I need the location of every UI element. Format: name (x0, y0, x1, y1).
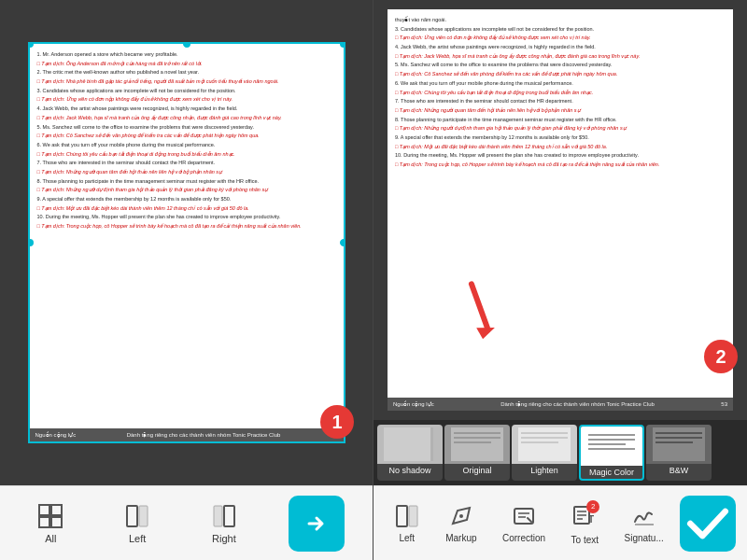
filter-noshadow-preview (377, 425, 443, 464)
doc-line-1: 1. Mr. Anderson opened a store which bec… (37, 51, 336, 59)
next-button[interactable] (289, 496, 345, 552)
rdoc-line-5t: □ Tạm dịch: Cô Sanchez sẽ đến văn phòng … (395, 71, 726, 78)
left-crop-icon (124, 503, 150, 529)
signature-button[interactable]: Signatu... (615, 497, 673, 549)
next-arrow-icon (302, 509, 331, 539)
filter-strip: No shadow Original (374, 420, 747, 485)
filter-bw-label: B&W (669, 464, 689, 477)
doc-line-10t: □ Tạm dịch: Trong cuộc họp, cô Hopper sẽ… (37, 223, 336, 231)
done-button[interactable] (680, 496, 736, 552)
rdoc-line-7: 7. Those who are interested in the semin… (395, 98, 726, 105)
svg-rect-5 (139, 506, 148, 526)
all-button[interactable]: All (28, 497, 73, 550)
filter-noshadow[interactable]: No shadow (377, 425, 443, 481)
doc-line-1t: □ Tạm dịch: Ông Anderson đã mở một cửa h… (37, 61, 336, 68)
corner-handle-ml[interactable] (28, 237, 35, 248)
done-check-icon (680, 496, 736, 552)
rdoc-line-8: 8. Those planning to participate in the … (395, 117, 726, 124)
right-panel: thuyết vào năm ngoái. 3. Candidates whos… (374, 0, 747, 560)
left-document-paper: 1. Mr. Anderson opened a store which bec… (28, 42, 345, 443)
corner-handle-tr[interactable] (338, 42, 345, 49)
correction-icon (511, 503, 537, 529)
totext-badge: 2 (586, 500, 599, 513)
doc-line-9t: □ Tạm dịch: Một ưu đãi đặc biệt kéo dài … (37, 205, 336, 213)
corner-handle-mr[interactable] (338, 237, 345, 248)
all-label: All (45, 533, 56, 544)
svg-rect-28 (397, 506, 407, 526)
svg-rect-29 (409, 506, 417, 526)
toolbar-left: All Left Right (0, 485, 373, 560)
doc-line-4: 4. Jack Webb, the artist whose paintings… (37, 105, 336, 113)
page-number-badge-2: 2 (704, 340, 738, 373)
filter-original[interactable]: Original (444, 425, 510, 481)
rdoc-line-9: 9. A special offer that extends the memb… (395, 134, 726, 142)
svg-rect-19 (585, 429, 638, 463)
svg-rect-7 (214, 506, 222, 526)
svg-rect-10 (384, 427, 430, 461)
corner-handle-tm[interactable] (181, 42, 192, 49)
signature-label: Signatu... (625, 533, 664, 543)
correction-button[interactable]: Correction (493, 497, 555, 549)
rdoc-line-6t: □ Tạm dịch: Chúng tôi yêu cầu bạn tắt đi… (395, 90, 726, 97)
markup-button[interactable]: Markup (436, 497, 486, 549)
doc-line-3: 3. Candidates whose applications are inc… (37, 88, 336, 95)
corner-handle-tl[interactable] (28, 42, 35, 49)
right-crop-button[interactable]: Right (202, 497, 247, 550)
rdoc-intro: thuyết vào năm ngoái. (395, 17, 726, 24)
right-footer-club: Dành tặng riêng cho các thành viên nhóm … (500, 400, 655, 408)
rdoc-line-4t: □ Tạm dịch: Jack Webb, họa sĩ mà tranh c… (395, 53, 726, 61)
svg-rect-6 (224, 506, 234, 526)
right-label: Right (212, 533, 236, 544)
rdoc-line-8t: □ Tạm dịch: Những người dự định tham gia… (395, 125, 726, 133)
rdoc-line-5: 5. Ms. Sanchez will come to the office t… (395, 62, 726, 69)
filter-bw[interactable]: B&W (646, 425, 712, 481)
rdoc-line-6: 6. We ask that you turn off your mobile … (395, 80, 726, 88)
rdoc-line-10t: □ Tạm dịch: Trong cuộc họp, cô Hopper sẽ… (395, 161, 726, 169)
rdoc-line-10: 10. During the meeting, Ms. Hopper will … (395, 152, 726, 160)
doc-line-6: 6. We ask that you turn off your mobile … (37, 142, 336, 149)
rdoc-line-3t: □ Tạm dịch: Ứng viên có đơn nộp không đầ… (395, 35, 726, 42)
right-footer-source: Nguồn cộng lực (393, 400, 434, 408)
filter-bw-preview (646, 425, 712, 464)
left-footer-club: Dành tặng riêng cho các thành viên nhóm … (127, 431, 281, 439)
right-doc-footer: Nguồn cộng lực Dành tặng riêng cho các t… (388, 398, 733, 411)
doc-line-8t: □ Tạm dịch: Những người dự định tham gia… (37, 187, 336, 194)
svg-rect-3 (51, 517, 62, 527)
left-document-view: 1. Mr. Anderson opened a store which bec… (0, 0, 373, 485)
signature-icon (631, 503, 657, 529)
svg-rect-11 (451, 427, 503, 461)
rdoc-line-3: 3. Candidates whose applications are inc… (395, 26, 726, 34)
markup-label: Markup (445, 533, 476, 543)
toolbar-right: Left Markup Correction (374, 485, 747, 560)
filter-magic-preview (581, 427, 642, 466)
svg-rect-24 (653, 427, 705, 461)
totext-label: To text (571, 535, 599, 545)
doc-line-7t: □ Tạm dịch: Những người quan tâm đến hội… (37, 169, 336, 176)
all-icon (37, 503, 63, 529)
right-document-paper: thuyết vào năm ngoái. 3. Candidates whos… (388, 9, 733, 411)
svg-text:T: T (588, 514, 594, 525)
right-document-view: thuyết vào năm ngoái. 3. Candidates whos… (374, 0, 747, 420)
doc-line-8: 8. Those planning to participate in the … (37, 178, 336, 186)
filter-original-label: Original (462, 464, 491, 477)
doc-line-5: 5. Ms. Sanchez will come to the office t… (37, 124, 336, 132)
totext-icon-wrap: T 2 (571, 502, 598, 531)
doc-line-6t: □ Tạm dịch: Chúng tôi yêu cầu bạn tắt đi… (37, 151, 336, 159)
rdoc-line-7t: □ Tạm dịch: Những người quan tâm đến hội… (395, 107, 726, 115)
doc-line-10: 10. During the meeting, Ms. Hopper will … (37, 214, 336, 221)
left-panel: 1. Mr. Anderson opened a store which bec… (0, 0, 374, 560)
doc-line-3t: □ Tạm dịch: Ứng viên có đơn nộp không đầ… (37, 96, 336, 104)
rdoc-line-4: 4. Jack Webb, the artist whose paintings… (395, 44, 726, 51)
filter-noshadow-label: No shadow (388, 464, 430, 477)
right-left-button[interactable]: Left (385, 497, 430, 549)
left-crop-button[interactable]: Left (115, 497, 160, 550)
left-footer-source: Nguồn cộng lực (35, 431, 77, 439)
svg-rect-1 (51, 505, 62, 515)
filter-magic[interactable]: Magic Color (579, 425, 644, 481)
doc-line-2: 2. The critic met the well-known author … (37, 69, 336, 77)
filter-lighten[interactable]: Lighten (512, 425, 577, 481)
totext-button[interactable]: T 2 To text (562, 497, 608, 551)
doc-line-5t: □ Tạm dịch: Cô Sanchez sẽ đến văn phòng … (37, 133, 336, 140)
filter-lighten-preview (512, 425, 577, 464)
filter-magic-label: Magic Color (589, 466, 634, 479)
